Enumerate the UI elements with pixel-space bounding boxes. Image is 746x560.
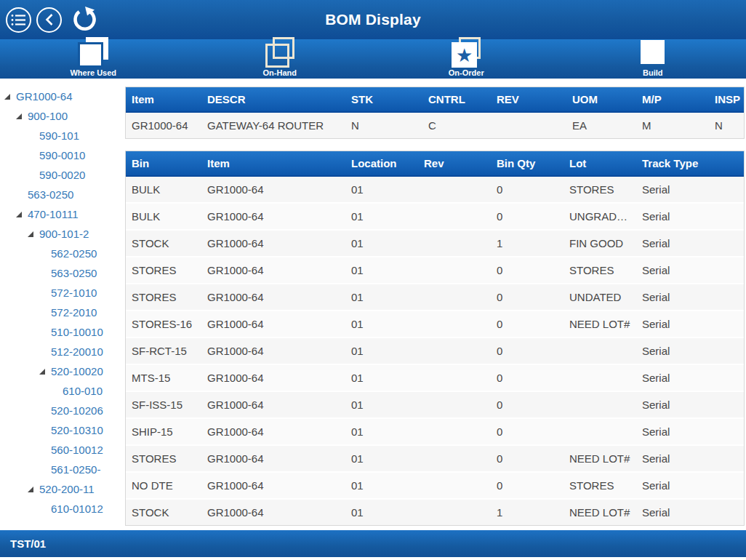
toolbar-button-on-hand[interactable]: On-Hand [187, 39, 374, 79]
bin-table: BinItemLocationRevBin QtyLotTrack TypeBU… [125, 151, 745, 526]
tree-item-610-010[interactable]: 610-010 [0, 381, 121, 401]
bin-table-cell: Serial [636, 177, 744, 204]
bin-table-cell: SF-RCT-15 [126, 338, 201, 365]
where-used-icon [76, 37, 110, 68]
tree-item-900-101-2[interactable]: 900-101-2 [0, 224, 121, 244]
bin-table-cell: 01 [345, 257, 418, 284]
bin-table-cell: BULK [126, 204, 201, 231]
bin-table-cell: Serial [636, 204, 744, 231]
bin-table-cell: 01 [345, 365, 418, 392]
back-icon [44, 13, 55, 26]
tree-item-572-1010[interactable]: 572-1010 [0, 283, 121, 303]
bin-table-row[interactable]: SF-RCT-15GR1000-64010Serial [126, 338, 744, 365]
bin-table-cell: Serial [636, 365, 744, 392]
tree-item-512-20010[interactable]: 512-20010 [0, 342, 121, 361]
bin-table-cell [563, 338, 636, 365]
bin-table-cell: Serial [636, 392, 744, 419]
tree-item-563-0250[interactable]: 563-0250 [0, 185, 121, 204]
bin-table-cell: Serial [636, 500, 744, 525]
tree-item-label: 561-0250- [51, 460, 100, 479]
bin-table-row[interactable]: MTS-15GR1000-64010Serial [126, 365, 744, 392]
item-table-column-header: UOM [566, 87, 636, 113]
tree-item-520-10206[interactable]: 520-10206 [0, 401, 121, 420]
tree-item-560-10012[interactable]: 560-10012 [0, 440, 121, 460]
tree-item-470-10111[interactable]: 470-10111 [0, 204, 121, 224]
tree-item-gr1000-64[interactable]: GR1000-64 [0, 87, 121, 106]
tables-panel: ItemDESCRSTKCNTRLREVUOMM/PINSPGR1000-64G… [121, 79, 746, 530]
bin-table-row[interactable]: STORESGR1000-64010UNDATEDSerial [126, 284, 744, 311]
tree-item-561-0250-[interactable]: 561-0250- [0, 460, 121, 479]
tree-item-590-0020[interactable]: 590-0020 [0, 165, 121, 185]
status-text: TST/01 [10, 537, 46, 550]
bin-table-row[interactable]: NO DTEGR1000-64010STORESSerial [126, 473, 744, 500]
bin-table-cell: GR1000-64 [201, 204, 345, 231]
bin-table-cell: MTS-15 [126, 365, 201, 392]
bin-table-row[interactable]: STOCKGR1000-64011FIN GOODSerial [126, 231, 744, 257]
tree-expanded-caret-icon[interactable] [28, 224, 39, 244]
page-title: BOM Display [0, 11, 746, 28]
bin-table-row[interactable]: BULKGR1000-64010STORESSerial [126, 177, 744, 204]
tree-expanded-caret-icon[interactable] [28, 479, 39, 499]
tree-item-510-10010[interactable]: 510-10010 [0, 322, 121, 342]
tree-item-520-10020[interactable]: 520-10020 [0, 361, 121, 381]
bin-table-cell: 01 [345, 473, 418, 500]
tree-item-900-100[interactable]: 900-100 [0, 106, 121, 126]
bin-table-row[interactable]: STORES-16GR1000-64010NEED LOT#Serial [126, 311, 744, 338]
bin-table-row[interactable]: STOCKGR1000-64011NEED LOT#Serial [126, 500, 744, 525]
tree-item-label: 520-10310 [51, 420, 103, 440]
tree-expanded-caret-icon[interactable] [16, 106, 28, 126]
bin-table-cell: 0 [491, 365, 563, 392]
bin-table-cell: 0 [491, 177, 563, 204]
bin-table-cell: 0 [491, 284, 563, 311]
toolbar-button-on-order[interactable]: On-Order [373, 39, 560, 79]
item-table-column-header: Item [126, 87, 201, 113]
item-table-column-header: CNTRL [422, 87, 491, 113]
bin-table-cell [418, 311, 491, 338]
tree-item-590-101[interactable]: 590-101 [0, 126, 121, 145]
tree-item-562-0250[interactable]: 562-0250 [0, 244, 121, 263]
bin-table-row[interactable]: SHIP-15GR1000-64010Serial [126, 419, 744, 446]
tree-item-label: 560-10012 [51, 440, 103, 460]
tree-item-label: GR1000-64 [16, 87, 73, 106]
refresh-button[interactable] [69, 5, 98, 34]
tree-item-label: 470-10111 [28, 204, 79, 224]
menu-button[interactable] [6, 7, 31, 33]
bin-table-cell: 01 [345, 231, 418, 257]
bin-table-row[interactable]: SF-ISS-15GR1000-64010Serial [126, 392, 744, 419]
bin-table-cell: 0 [491, 204, 563, 231]
bin-table-cell: STORES [126, 284, 201, 311]
bin-table-cell: 01 [345, 177, 418, 204]
toolbar-button-label: Where Used [70, 68, 116, 77]
bin-table-row[interactable]: STORESGR1000-64010NEED LOT#Serial [126, 446, 744, 473]
bin-table-cell: Serial [636, 257, 744, 284]
toolbar-button-label: On-Order [449, 68, 484, 77]
bin-table-row[interactable]: BULKGR1000-64010UNGRADE...Serial [126, 204, 744, 231]
tree-item-520-10310[interactable]: 520-10310 [0, 420, 121, 440]
bin-table-cell: 0 [491, 338, 563, 365]
tree-expanded-caret-icon[interactable] [39, 361, 51, 381]
tree-item-572-2010[interactable]: 572-2010 [0, 303, 121, 322]
bin-table-row[interactable]: STORESGR1000-64010STORESSerial [126, 257, 744, 284]
toolbar-button-build[interactable]: Build [560, 39, 746, 79]
tree-expanded-caret-icon[interactable] [4, 87, 16, 106]
bin-table-cell: SF-ISS-15 [126, 392, 201, 419]
back-button[interactable] [36, 7, 62, 33]
bin-table-cell: 01 [345, 311, 418, 338]
tree-item-label: 900-101-2 [39, 224, 89, 244]
item-table-cell: N [709, 113, 744, 138]
item-table: ItemDESCRSTKCNTRLREVUOMM/PINSPGR1000-64G… [125, 87, 745, 139]
tree-item-520-200-11[interactable]: 520-200-11 [0, 479, 121, 499]
bin-table-cell: STORES [126, 446, 201, 473]
toolbar-button-where-used[interactable]: Where Used [0, 39, 187, 79]
bin-table-column-header: Track Type [636, 151, 744, 177]
tree-expanded-caret-icon[interactable] [16, 204, 28, 224]
item-table-row[interactable]: GR1000-64GATEWAY-64 ROUTERNCEAMN [126, 113, 744, 138]
tree-item-label: 520-10020 [51, 361, 103, 381]
tree-item-label: 520-200-11 [39, 479, 95, 499]
tree-item-590-0010[interactable]: 590-0010 [0, 145, 121, 165]
tree-item-563-0250[interactable]: 563-0250 [0, 263, 121, 283]
bin-table-cell [418, 392, 491, 419]
tree-item-label: 590-0010 [39, 145, 85, 165]
tree-item-610-01012[interactable]: 610-01012 [0, 499, 121, 519]
bin-table-cell [418, 446, 491, 473]
